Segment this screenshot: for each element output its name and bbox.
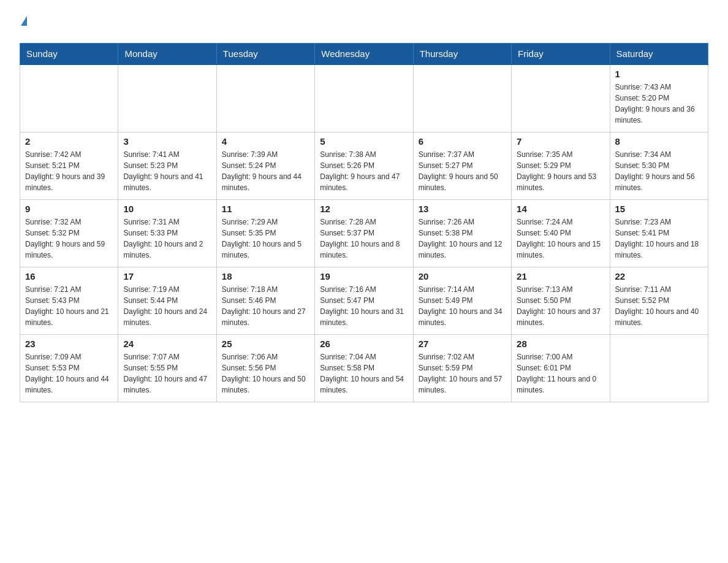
day-info: Sunrise: 7:37 AMSunset: 5:27 PMDaylight:… <box>419 149 506 193</box>
sunrise-text: Sunrise: 7:18 AM <box>222 284 309 295</box>
calendar-cell <box>610 334 708 402</box>
day-info: Sunrise: 7:34 AMSunset: 5:30 PMDaylight:… <box>615 149 703 193</box>
daylight-text: Daylight: 9 hours and 44 minutes. <box>222 171 309 193</box>
calendar-cell: 22Sunrise: 7:11 AMSunset: 5:52 PMDayligh… <box>610 267 708 334</box>
sunset-text: Sunset: 5:26 PM <box>320 160 408 171</box>
day-info: Sunrise: 7:41 AMSunset: 5:23 PMDaylight:… <box>123 149 211 193</box>
sunset-text: Sunset: 5:29 PM <box>517 160 604 171</box>
sunrise-text: Sunrise: 7:19 AM <box>123 284 211 295</box>
day-number: 25 <box>222 339 309 349</box>
calendar-cell: 14Sunrise: 7:24 AMSunset: 5:40 PMDayligh… <box>512 199 610 267</box>
calendar-cell: 9Sunrise: 7:32 AMSunset: 5:32 PMDaylight… <box>20 199 118 267</box>
daylight-text: Daylight: 9 hours and 39 minutes. <box>25 171 113 193</box>
sunrise-text: Sunrise: 7:35 AM <box>517 149 604 160</box>
day-info: Sunrise: 7:42 AMSunset: 5:21 PMDaylight:… <box>25 149 113 193</box>
sunset-text: Sunset: 5:21 PM <box>25 160 113 171</box>
day-number: 18 <box>222 271 309 282</box>
day-info: Sunrise: 7:35 AMSunset: 5:29 PMDaylight:… <box>517 149 604 193</box>
calendar-week-3: 9Sunrise: 7:32 AMSunset: 5:32 PMDaylight… <box>20 199 708 267</box>
calendar-cell: 17Sunrise: 7:19 AMSunset: 5:44 PMDayligh… <box>118 267 216 334</box>
day-info: Sunrise: 7:16 AMSunset: 5:47 PMDaylight:… <box>320 284 408 328</box>
sunrise-text: Sunrise: 7:16 AM <box>320 284 408 295</box>
sunrise-text: Sunrise: 7:04 AM <box>320 351 408 362</box>
calendar-cell: 2Sunrise: 7:42 AMSunset: 5:21 PMDaylight… <box>20 132 118 199</box>
calendar-cell: 10Sunrise: 7:31 AMSunset: 5:33 PMDayligh… <box>118 199 216 267</box>
day-number: 16 <box>25 271 113 282</box>
calendar-cell: 24Sunrise: 7:07 AMSunset: 5:55 PMDayligh… <box>118 334 216 402</box>
day-info: Sunrise: 7:13 AMSunset: 5:50 PMDaylight:… <box>517 284 604 328</box>
daylight-text: Daylight: 10 hours and 37 minutes. <box>517 306 604 328</box>
daylight-text: Daylight: 10 hours and 8 minutes. <box>320 239 408 261</box>
day-info: Sunrise: 7:24 AMSunset: 5:40 PMDaylight:… <box>517 216 604 261</box>
day-info: Sunrise: 7:04 AMSunset: 5:58 PMDaylight:… <box>320 351 408 396</box>
sunrise-text: Sunrise: 7:21 AM <box>25 284 113 295</box>
col-header-sunday: Sunday <box>20 44 118 65</box>
daylight-text: Daylight: 10 hours and 2 minutes. <box>123 239 211 261</box>
sunrise-text: Sunrise: 7:31 AM <box>123 216 211 228</box>
sunset-text: Sunset: 5:27 PM <box>419 160 506 171</box>
calendar-week-2: 2Sunrise: 7:42 AMSunset: 5:21 PMDaylight… <box>20 132 708 199</box>
sunset-text: Sunset: 5:32 PM <box>25 228 113 239</box>
daylight-text: Daylight: 10 hours and 50 minutes. <box>222 373 309 396</box>
day-info: Sunrise: 7:43 AMSunset: 5:20 PMDaylight:… <box>615 82 703 126</box>
daylight-text: Daylight: 10 hours and 57 minutes. <box>419 373 506 396</box>
daylight-text: Daylight: 10 hours and 5 minutes. <box>222 239 309 261</box>
sunset-text: Sunset: 5:52 PM <box>615 295 703 306</box>
sunrise-text: Sunrise: 7:26 AM <box>419 216 506 228</box>
daylight-text: Daylight: 10 hours and 34 minutes. <box>419 306 506 328</box>
sunset-text: Sunset: 5:47 PM <box>320 295 408 306</box>
day-number: 14 <box>517 204 604 214</box>
daylight-text: Daylight: 10 hours and 31 minutes. <box>320 306 408 328</box>
sunset-text: Sunset: 5:20 PM <box>615 93 703 104</box>
col-header-saturday: Saturday <box>610 44 708 65</box>
daylight-text: Daylight: 11 hours and 0 minutes. <box>517 373 604 396</box>
col-header-tuesday: Tuesday <box>216 44 314 65</box>
daylight-text: Daylight: 10 hours and 54 minutes. <box>320 373 408 396</box>
day-number: 24 <box>123 339 211 349</box>
calendar-cell <box>413 64 511 132</box>
daylight-text: Daylight: 10 hours and 40 minutes. <box>615 306 703 328</box>
daylight-text: Daylight: 9 hours and 56 minutes. <box>615 171 703 193</box>
day-info: Sunrise: 7:28 AMSunset: 5:37 PMDaylight:… <box>320 216 408 261</box>
calendar-week-1: 1Sunrise: 7:43 AMSunset: 5:20 PMDaylight… <box>20 64 708 132</box>
day-number: 17 <box>123 271 211 282</box>
calendar-cell: 19Sunrise: 7:16 AMSunset: 5:47 PMDayligh… <box>315 267 413 334</box>
calendar-cell: 28Sunrise: 7:00 AMSunset: 6:01 PMDayligh… <box>512 334 610 402</box>
col-header-monday: Monday <box>118 44 216 65</box>
sunset-text: Sunset: 5:44 PM <box>123 295 211 306</box>
daylight-text: Daylight: 10 hours and 21 minutes. <box>25 306 113 328</box>
calendar-cell: 8Sunrise: 7:34 AMSunset: 5:30 PMDaylight… <box>610 132 708 199</box>
calendar-cell <box>512 64 610 132</box>
calendar-cell <box>315 64 413 132</box>
day-number: 19 <box>320 271 408 282</box>
col-header-friday: Friday <box>512 44 610 65</box>
sunset-text: Sunset: 5:49 PM <box>419 295 506 306</box>
calendar-cell: 6Sunrise: 7:37 AMSunset: 5:27 PMDaylight… <box>413 132 511 199</box>
daylight-text: Daylight: 10 hours and 12 minutes. <box>419 239 506 261</box>
sunrise-text: Sunrise: 7:34 AM <box>615 149 703 160</box>
sunset-text: Sunset: 5:50 PM <box>517 295 604 306</box>
day-info: Sunrise: 7:00 AMSunset: 6:01 PMDaylight:… <box>517 351 604 396</box>
day-number: 4 <box>222 136 309 147</box>
calendar-cell <box>118 64 216 132</box>
sunrise-text: Sunrise: 7:13 AM <box>517 284 604 295</box>
day-number: 15 <box>615 204 703 214</box>
calendar-cell <box>20 64 118 132</box>
sunset-text: Sunset: 5:53 PM <box>25 362 113 373</box>
calendar-cell: 20Sunrise: 7:14 AMSunset: 5:49 PMDayligh… <box>413 267 511 334</box>
day-info: Sunrise: 7:07 AMSunset: 5:55 PMDaylight:… <box>123 351 211 396</box>
calendar-cell: 15Sunrise: 7:23 AMSunset: 5:41 PMDayligh… <box>610 199 708 267</box>
sunrise-text: Sunrise: 7:09 AM <box>25 351 113 362</box>
daylight-text: Daylight: 10 hours and 47 minutes. <box>123 373 211 396</box>
day-number: 28 <box>517 339 604 349</box>
calendar-cell: 7Sunrise: 7:35 AMSunset: 5:29 PMDaylight… <box>512 132 610 199</box>
sunrise-text: Sunrise: 7:06 AM <box>222 351 309 362</box>
day-info: Sunrise: 7:39 AMSunset: 5:24 PMDaylight:… <box>222 149 309 193</box>
sunrise-text: Sunrise: 7:02 AM <box>419 351 506 362</box>
calendar-cell <box>216 64 314 132</box>
day-info: Sunrise: 7:14 AMSunset: 5:49 PMDaylight:… <box>419 284 506 328</box>
calendar-cell: 5Sunrise: 7:38 AMSunset: 5:26 PMDaylight… <box>315 132 413 199</box>
daylight-text: Daylight: 9 hours and 53 minutes. <box>517 171 604 193</box>
day-number: 6 <box>419 136 506 147</box>
calendar-cell: 13Sunrise: 7:26 AMSunset: 5:38 PMDayligh… <box>413 199 511 267</box>
